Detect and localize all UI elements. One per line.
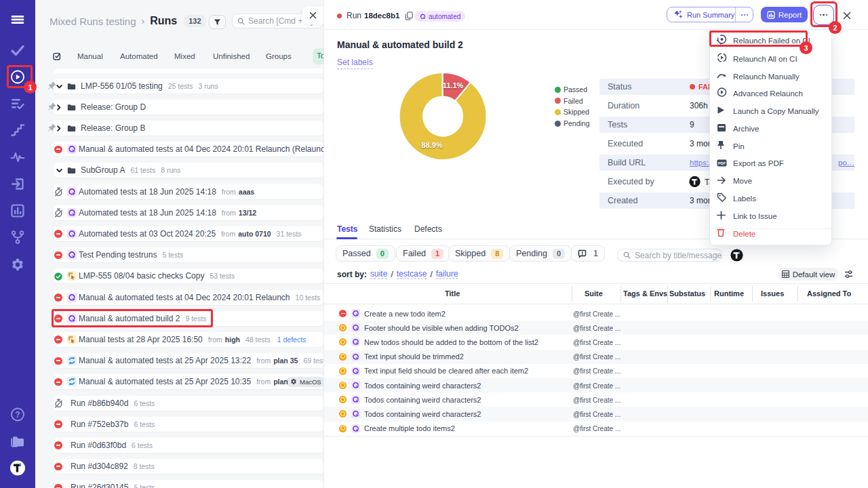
svg-text:88.9%: 88.9% bbox=[421, 141, 442, 149]
svg-text:PDF: PDF bbox=[718, 161, 726, 165]
svg-text:11.1%: 11.1% bbox=[443, 81, 464, 89]
svg-text:?: ? bbox=[15, 410, 20, 420]
